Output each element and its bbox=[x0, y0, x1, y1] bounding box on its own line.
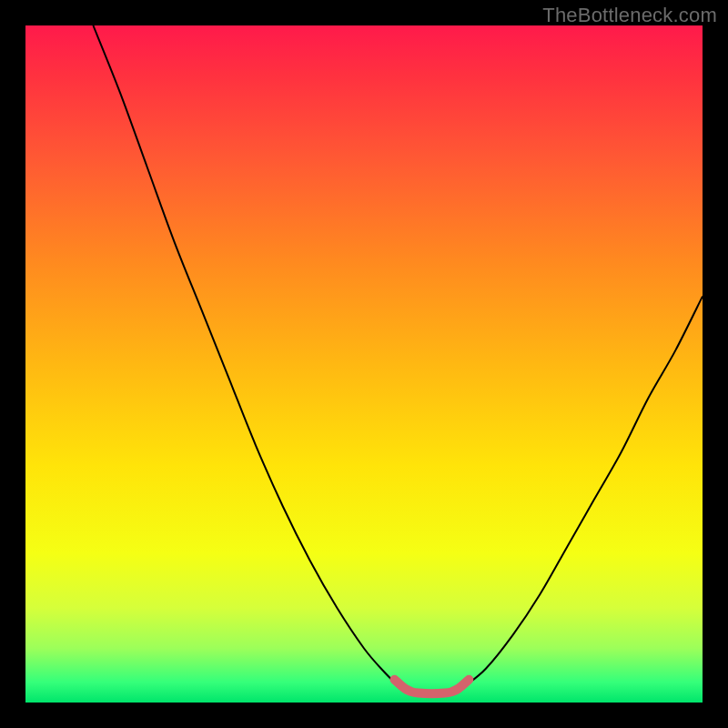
series-right-curve bbox=[466, 297, 703, 686]
series-bottom-segment bbox=[394, 680, 469, 694]
series-left-curve bbox=[93, 25, 398, 685]
chart-stage: TheBottleneck.com bbox=[0, 0, 728, 728]
plot-area bbox=[25, 25, 703, 703]
curve-layer bbox=[25, 25, 703, 703]
watermark-text: TheBottleneck.com bbox=[542, 4, 717, 27]
